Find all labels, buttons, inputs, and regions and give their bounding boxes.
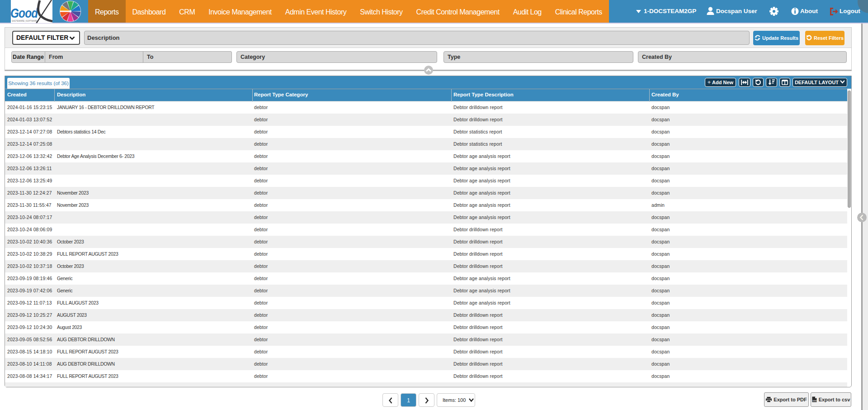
svg-text:csv: csv: [812, 399, 816, 402]
